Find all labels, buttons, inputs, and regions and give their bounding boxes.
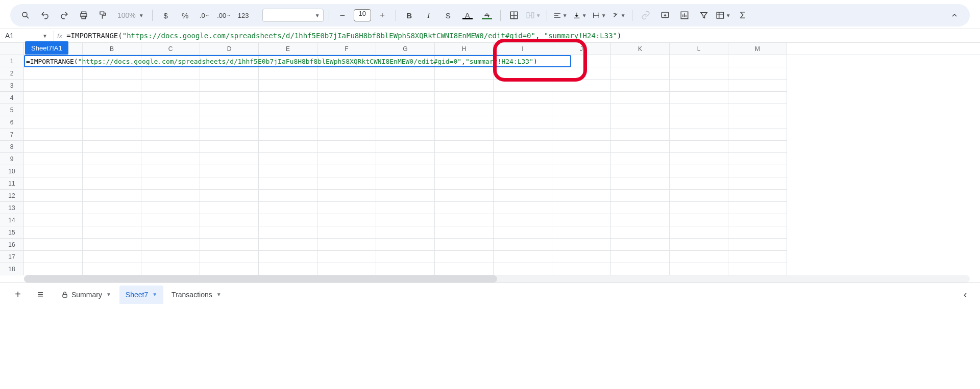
cell[interactable] [435, 153, 494, 165]
cell[interactable] [141, 190, 200, 202]
cell[interactable] [376, 226, 435, 239]
cell[interactable] [317, 165, 376, 177]
cell[interactable] [728, 128, 787, 141]
cell[interactable] [317, 226, 376, 239]
cell[interactable] [141, 239, 200, 251]
cell[interactable] [670, 80, 728, 92]
row-header[interactable]: 4 [0, 92, 24, 104]
scrollbar-thumb[interactable] [24, 275, 497, 282]
cell[interactable] [83, 165, 141, 177]
cell[interactable] [24, 104, 83, 116]
cell[interactable] [317, 141, 376, 153]
cell[interactable] [200, 116, 259, 128]
column-header[interactable]: J [552, 43, 611, 55]
column-header[interactable]: H [435, 43, 494, 55]
cell[interactable] [435, 55, 494, 67]
increase-font-size-button[interactable]: + [374, 7, 390, 23]
functions-button[interactable]: Σ [734, 7, 751, 23]
all-sheets-button[interactable]: ≡ [33, 287, 48, 302]
cell[interactable] [83, 251, 141, 263]
chevron-down-icon[interactable]: ▼ [106, 292, 111, 297]
decrease-decimal-icon[interactable]: .0← [197, 7, 213, 23]
cell[interactable] [494, 104, 552, 116]
cell[interactable] [494, 239, 552, 251]
add-sheet-button[interactable]: + [10, 287, 26, 302]
column-header[interactable]: C [141, 43, 200, 55]
cell[interactable] [670, 165, 728, 177]
text-wrap-button[interactable]: ▼ [591, 7, 607, 23]
strikethrough-button[interactable]: S [440, 7, 456, 23]
cell[interactable] [141, 92, 200, 104]
sheet-tab[interactable]: Transactions▼ [165, 286, 228, 304]
table-view-button[interactable]: ▼ [715, 7, 731, 23]
cell[interactable] [259, 67, 317, 80]
cell[interactable] [259, 190, 317, 202]
cell[interactable] [24, 165, 83, 177]
range-reference-chip[interactable]: Sheet7!A1 [25, 41, 68, 55]
column-header[interactable]: M [728, 43, 787, 55]
cell[interactable] [670, 92, 728, 104]
cell[interactable] [200, 226, 259, 239]
row-header[interactable]: 1 [0, 55, 24, 67]
cell[interactable] [24, 190, 83, 202]
cell[interactable] [435, 214, 494, 226]
row-header[interactable]: 17 [0, 251, 24, 263]
cell[interactable] [317, 67, 376, 80]
cell[interactable] [141, 202, 200, 214]
cell[interactable] [552, 214, 611, 226]
name-box[interactable]: A1 ▼ [2, 30, 51, 41]
cell[interactable] [494, 153, 552, 165]
cell[interactable] [435, 177, 494, 190]
cell[interactable] [552, 251, 611, 263]
cell[interactable] [376, 263, 435, 275]
cell[interactable] [83, 104, 141, 116]
cell[interactable] [24, 214, 83, 226]
cell[interactable] [83, 153, 141, 165]
cell[interactable] [317, 128, 376, 141]
cell[interactable] [141, 141, 200, 153]
cell[interactable] [552, 226, 611, 239]
cell[interactable] [611, 153, 670, 165]
cell[interactable] [259, 226, 317, 239]
column-header[interactable]: L [670, 43, 728, 55]
sheet-tab[interactable]: Summary▼ [55, 286, 117, 304]
cell[interactable] [494, 116, 552, 128]
formula-input[interactable]: =IMPORTRANGE("https://docs.google.com/sp… [66, 32, 621, 40]
cell[interactable] [141, 177, 200, 190]
cell[interactable] [670, 55, 728, 67]
column-header[interactable]: K [611, 43, 670, 55]
cell[interactable] [200, 80, 259, 92]
cell[interactable] [552, 92, 611, 104]
cell[interactable] [259, 141, 317, 153]
cell[interactable] [435, 226, 494, 239]
cell[interactable] [728, 67, 787, 80]
cell[interactable] [376, 55, 435, 67]
cell[interactable] [200, 92, 259, 104]
cell[interactable] [728, 55, 787, 67]
cell[interactable] [83, 128, 141, 141]
cell[interactable] [200, 55, 259, 67]
collapse-toolbar-icon[interactable] [946, 7, 963, 23]
cell[interactable] [552, 263, 611, 275]
cell[interactable] [317, 55, 376, 67]
merge-cells-button[interactable]: ▼ [525, 7, 542, 23]
cell[interactable] [83, 116, 141, 128]
cell[interactable] [728, 165, 787, 177]
cell[interactable] [376, 165, 435, 177]
cell[interactable] [728, 177, 787, 190]
cell[interactable] [552, 116, 611, 128]
cell[interactable] [83, 263, 141, 275]
search-icon[interactable] [17, 7, 34, 23]
cell[interactable] [494, 141, 552, 153]
cell[interactable] [200, 153, 259, 165]
cell[interactable] [141, 263, 200, 275]
cell[interactable] [670, 177, 728, 190]
bold-button[interactable]: B [401, 7, 418, 23]
cell[interactable] [494, 80, 552, 92]
cell[interactable] [83, 92, 141, 104]
cell[interactable] [728, 214, 787, 226]
cell[interactable] [728, 92, 787, 104]
cell[interactable] [728, 116, 787, 128]
cell[interactable] [611, 226, 670, 239]
select-all-corner[interactable] [0, 43, 24, 55]
